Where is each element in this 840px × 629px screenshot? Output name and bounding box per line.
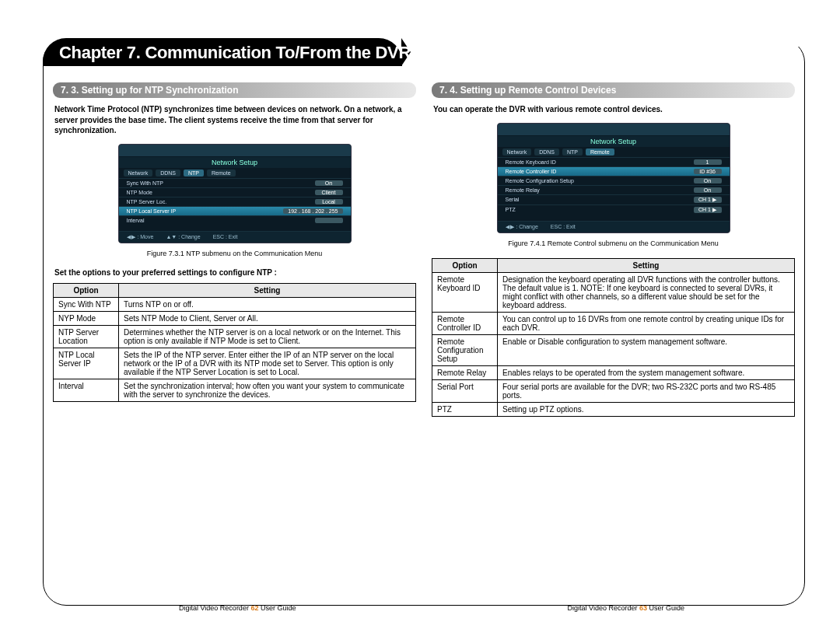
ss-footer-hint: ◀ ▶ : Move [127,234,154,240]
ss-row-label: Remote Relay [506,187,540,193]
option-cell: Interval [54,379,119,401]
subhead-left: Set the options to your preferred settin… [54,268,415,277]
ss-tab: NTP [184,169,204,176]
ss-row: NTP Local Server IP192 . 168 . 202 . 255 [119,206,351,215]
ss-header: Network Setup [498,136,730,147]
ss-row-value: CH 1 ▶ [694,197,722,203]
ss-tab: Remote [207,169,236,176]
setting-cell: Turns NTP on or off. [119,297,416,311]
ss-tab: DDNS [534,149,559,156]
page-frame: Chapter 7. Communication To/From the DVR… [43,39,805,606]
option-cell: NTP Server Location [54,325,119,348]
figure-caption-left: Figure 7.3.1 NTP submenu on the Communic… [53,250,416,257]
ss-tab: Network [502,149,532,156]
table-row: PTZSetting up PTZ options. [432,402,795,416]
intro-right: You can operate the DVR with various rem… [433,104,793,115]
setting-cell: Setting up PTZ options. [498,402,795,416]
chapter-title: Chapter 7. Communication To/From the DVR [59,43,411,63]
option-cell: NYP Mode [54,311,119,325]
ss-row-value: On [694,187,722,193]
ss-row-value: 1 [694,159,722,165]
table-row: IntervalSet the synchronization interval… [54,379,416,401]
ss-row: NTP Server Loc.Local [119,197,351,206]
footer-right: Digital Video Recorder 63 User Guide [568,604,684,612]
ss-header: Network Setup [119,157,351,168]
table-row: Serial PortFour serial ports are availab… [432,379,795,402]
options-table-right: Option Setting Remote Keyboard IDDesigna… [432,258,795,417]
ss-footer-hint: ESC : Exit [213,234,238,240]
table-row: Remote Controller IDYou can control up t… [432,312,795,334]
section-heading-right: 7. 4. Setting up Remote Control Devices [432,82,795,98]
footer-left: Digital Video Recorder 62 User Guide [179,604,296,612]
table-row: NTP Local Server IPSets the IP of the NT… [54,348,416,379]
table-row: Remote Keyboard IDDesignation the keyboa… [432,272,795,312]
ntp-screenshot: Network Setup NetworkDDNSNTPRemote Sync … [118,144,352,243]
options-table-left: Option Setting Sync With NTPTurns NTP on… [53,283,416,402]
option-cell: Sync With NTP [54,297,119,311]
table-row: Remote Configuration SetupEnable or Disa… [432,334,795,365]
ss-tab: Network [124,169,153,176]
setting-cell: Enables relays to be operated from the s… [498,365,795,379]
setting-cell: Four serial ports are available for the … [498,379,795,402]
ss-row-label: NTP Mode [127,190,152,195]
ss-row: Remote Keyboard ID1 [498,157,730,166]
option-cell: PTZ [432,402,498,416]
option-cell: Serial Port [432,379,498,402]
ss-row: Sync With NTPOn [119,178,351,187]
ss-row-value: Local [315,199,343,204]
table-row: Sync With NTPTurns NTP on or off. [54,297,416,311]
ss-row-value: CH 1 ▶ [694,207,722,213]
ss-row: SerialCH 1 ▶ [498,194,730,204]
ss-row-label: Remote Controller ID [506,169,557,174]
ss-row-label: NTP Local Server IP [127,208,177,214]
ss-footer-hint: ◀ ▶ : Change [506,224,538,230]
ss-row-label: Sync With NTP [127,180,163,186]
section-heading-left: 7. 3. Setting up for NTP Synchronization [53,82,416,98]
ss-row-value: ID #36 [694,169,722,174]
th-setting: Setting [119,283,416,297]
ss-row-value: 192 . 168 . 202 . 255 [283,208,342,214]
ss-tab: Remote [586,149,614,156]
th-option: Option [432,258,498,272]
ss-row-label: Serial [506,197,520,203]
ss-row: NTP ModeClient [119,187,351,197]
table-row: NTP Server LocationDetermines whether th… [54,325,416,348]
option-cell: Remote Controller ID [432,312,498,334]
ss-row: PTZCH 1 ▶ [498,204,730,215]
ss-row-label: Remote Configuration Setup [506,178,574,183]
setting-cell: Designation the keyboard operating all D… [498,272,795,312]
table-row: Remote RelayEnables relays to be operate… [432,365,795,379]
option-cell: Remote Keyboard ID [432,272,498,312]
ss-row: Remote RelayOn [498,185,730,194]
left-column: 7. 3. Setting up for NTP Synchronization… [53,82,416,417]
ss-row-value: Client [315,190,343,195]
ss-row-label: Interval [127,218,145,223]
ss-tab: DDNS [156,169,180,176]
ss-row-value: On [315,180,343,186]
ss-row-label: Remote Keyboard ID [506,159,556,165]
ss-footer-hint: ▲▼ : Change [166,234,200,240]
th-option: Option [54,283,119,297]
figure-caption-right: Figure 7.4.1 Remote Control submenu on t… [432,239,795,247]
ss-footer-hint: ESC : Exit [551,224,576,230]
remote-screenshot: Network Setup NetworkDDNSNTPRemote Remot… [497,123,730,233]
option-cell: NTP Local Server IP [54,348,119,379]
ss-row-label: NTP Server Loc. [127,199,167,204]
setting-cell: Determines whether the NTP server is on … [119,325,416,348]
setting-cell: You can control up to 16 DVRs from one r… [498,312,795,334]
intro-left: Network Time Protocol (NTP) synchronizes… [54,104,415,136]
ss-row: Interval [119,215,351,225]
ss-row: Remote Configuration SetupOn [498,176,730,185]
option-cell: Remote Configuration Setup [432,334,498,365]
setting-cell: Set the synchronization interval; how of… [119,379,416,401]
ss-tab: NTP [562,149,583,156]
ss-row-value [315,218,343,223]
right-column: 7. 4. Setting up Remote Control Devices … [432,82,795,417]
ss-row-label: PTZ [506,207,516,213]
table-row: NYP ModeSets NTP Mode to Client, Server … [54,311,416,325]
option-cell: Remote Relay [432,365,498,379]
th-setting: Setting [498,258,795,272]
ss-row: Remote Controller IDID #36 [498,166,730,176]
ss-row-value: On [694,178,722,183]
setting-cell: Sets the IP of the NTP server. Enter eit… [119,348,416,379]
